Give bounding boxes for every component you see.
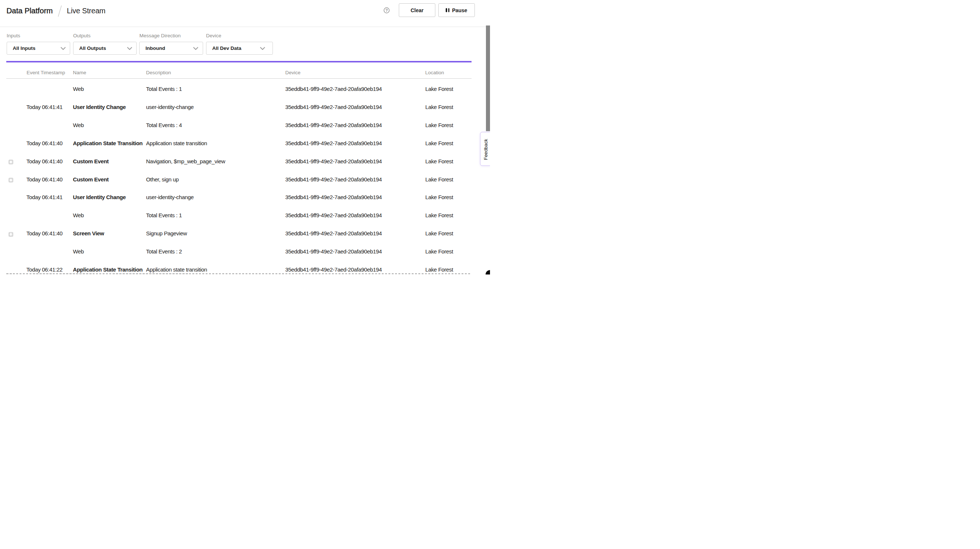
svg-text:?: ? — [385, 8, 388, 13]
